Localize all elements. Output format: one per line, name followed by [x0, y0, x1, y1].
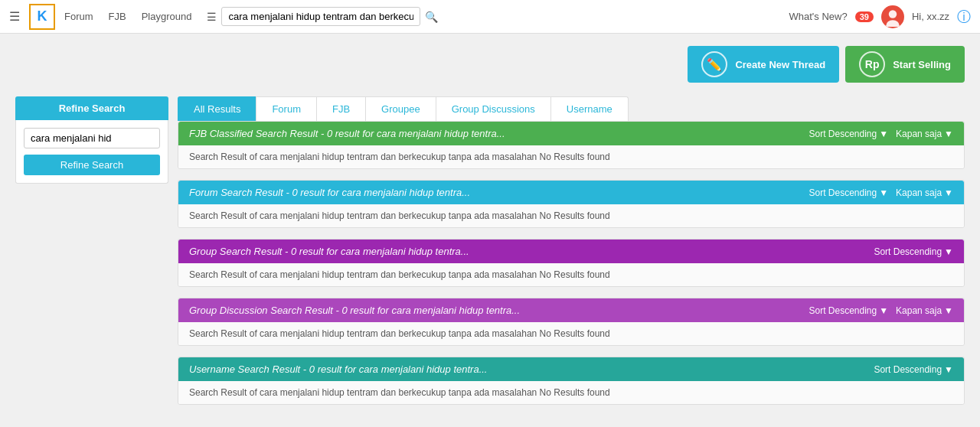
fjb-result-header: FJB Classified Search Result - 0 result …: [178, 122, 964, 145]
refine-search-button[interactable]: Refine Search: [24, 155, 160, 175]
nav-forum[interactable]: Forum: [64, 11, 93, 22]
forum-kapan-dropdown[interactable]: Kapan saja ▼: [896, 187, 953, 198]
result-tabs: All Results Forum FJB Groupee Group Disc…: [178, 96, 965, 121]
top-action-buttons: ✏️ Create New Thread Rp Start Selling: [15, 46, 965, 83]
tab-groupee[interactable]: Groupee: [365, 96, 436, 121]
group-discussion-sort-dropdown[interactable]: Sort Descending ▼: [808, 305, 888, 316]
fjb-sort-dropdown[interactable]: Sort Descending ▼: [808, 129, 888, 139]
fjb-kapan-dropdown[interactable]: Kapan saja ▼: [896, 129, 953, 139]
fjb-result-controls: Sort Descending ▼ Kapan saja ▼: [808, 129, 953, 139]
forum-result-body: Search Result of cara menjalani hidup te…: [178, 204, 964, 227]
help-icon[interactable]: ⓘ: [957, 8, 971, 26]
search-filter-icon[interactable]: ☰: [207, 11, 217, 23]
create-thread-button[interactable]: ✏️ Create New Thread: [688, 46, 839, 83]
svg-point-1: [889, 10, 897, 18]
rp-icon: Rp: [859, 51, 885, 77]
group-discussion-result-section: Group Discussion Search Result - 0 resul…: [178, 298, 965, 346]
avatar[interactable]: [881, 5, 904, 28]
group-result-title: Group Search Result - 0 result for cara …: [189, 246, 469, 257]
group-discussion-result-body: Search Result of cara menjalani hidup te…: [178, 322, 964, 345]
logo[interactable]: K: [29, 4, 55, 30]
forum-result-title: Forum Search Result - 0 result for cara …: [189, 187, 470, 198]
group-result-controls: Sort Descending ▼: [874, 246, 953, 257]
username-result-header: Username Search Result - 0 result for ca…: [178, 357, 964, 381]
start-selling-button[interactable]: Rp Start Selling: [845, 46, 965, 83]
username-result-controls: Sort Descending ▼: [874, 364, 953, 375]
main-nav: Forum FJB Playground: [64, 11, 191, 22]
forum-result-controls: Sort Descending ▼ Kapan saja ▼: [808, 187, 953, 198]
fjb-result-body: Search Result of cara menjalani hidup te…: [178, 145, 964, 168]
group-discussion-kapan-dropdown[interactable]: Kapan saja ▼: [896, 305, 953, 316]
search-input[interactable]: [221, 7, 420, 26]
group-discussion-result-header: Group Discussion Search Result - 0 resul…: [178, 298, 964, 322]
hi-user-label: Hi, xx.zz: [912, 11, 949, 22]
header: ☰ K Forum FJB Playground ☰ 🔍 What's New?…: [0, 0, 980, 34]
search-submit-button[interactable]: 🔍: [425, 11, 438, 23]
search-area: ☰ 🔍: [207, 7, 438, 26]
nav-fjb[interactable]: FJB: [109, 11, 126, 22]
header-right: What's New? 39 Hi, xx.zz ⓘ: [789, 5, 971, 28]
results-area: All Results Forum FJB Groupee Group Disc…: [178, 96, 965, 416]
menu-icon[interactable]: ☰: [9, 9, 20, 24]
sidebar-title: Refine Search: [15, 96, 168, 120]
username-result-body: Search Result of cara menjalani hidup te…: [178, 381, 964, 404]
username-result-section: Username Search Result - 0 result for ca…: [178, 357, 965, 405]
search-layout: Refine Search Refine Search All Results …: [15, 96, 965, 416]
tab-all-results[interactable]: All Results: [178, 96, 256, 121]
fjb-result-title: FJB Classified Search Result - 0 result …: [189, 128, 505, 139]
group-discussion-result-title: Group Discussion Search Result - 0 resul…: [189, 305, 520, 316]
main-content: ✏️ Create New Thread Rp Start Selling Re…: [0, 34, 980, 427]
group-discussion-result-controls: Sort Descending ▼ Kapan saja ▼: [808, 305, 953, 316]
tab-group-discussions[interactable]: Group Discussions: [436, 96, 551, 121]
create-thread-icon: ✏️: [701, 51, 727, 77]
sidebar-body: Refine Search: [15, 120, 168, 184]
group-result-header: Group Search Result - 0 result for cara …: [178, 240, 964, 263]
tab-username[interactable]: Username: [550, 96, 629, 121]
username-sort-dropdown[interactable]: Sort Descending ▼: [874, 364, 953, 375]
notification-badge: 39: [855, 11, 874, 22]
forum-result-section: Forum Search Result - 0 result for cara …: [178, 180, 965, 228]
group-sort-dropdown[interactable]: Sort Descending ▼: [874, 246, 953, 257]
tab-fjb[interactable]: FJB: [316, 96, 366, 121]
group-result-body: Search Result of cara menjalani hidup te…: [178, 263, 964, 286]
whats-new-link[interactable]: What's New?: [789, 11, 847, 22]
group-result-section: Group Search Result - 0 result for cara …: [178, 239, 965, 287]
refine-search-input[interactable]: [24, 128, 160, 148]
fjb-result-section: FJB Classified Search Result - 0 result …: [178, 121, 965, 169]
refine-search-sidebar: Refine Search Refine Search: [15, 96, 168, 416]
nav-playground[interactable]: Playground: [142, 11, 192, 22]
forum-sort-dropdown[interactable]: Sort Descending ▼: [808, 187, 888, 198]
forum-result-header: Forum Search Result - 0 result for cara …: [178, 181, 964, 204]
username-result-title: Username Search Result - 0 result for ca…: [189, 363, 487, 375]
tab-forum[interactable]: Forum: [256, 96, 317, 121]
